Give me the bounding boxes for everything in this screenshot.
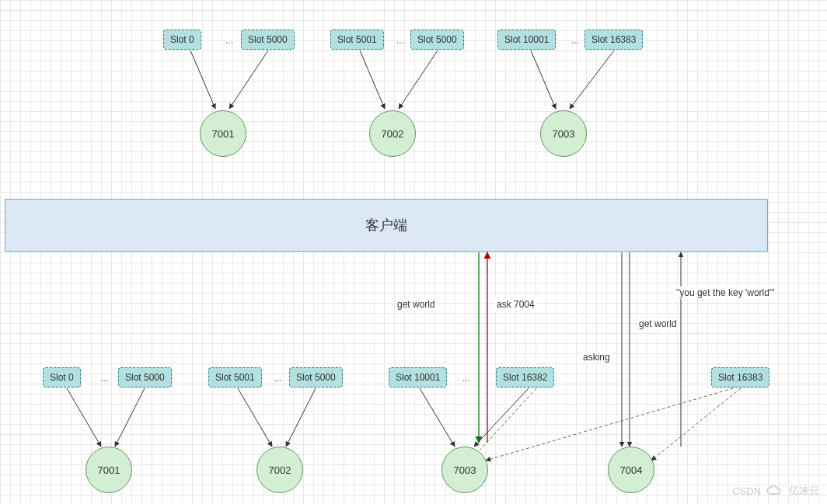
svg-line-1 bbox=[229, 50, 268, 109]
slot-box: Slot 5000 bbox=[118, 367, 172, 388]
svg-line-6 bbox=[67, 388, 101, 447]
svg-line-18 bbox=[651, 388, 741, 461]
label-get-world-2: get world bbox=[637, 318, 679, 330]
label-you-get: "you get the key 'world'" bbox=[675, 287, 776, 299]
cloud-icon bbox=[766, 485, 784, 497]
client-box: 客户端 bbox=[5, 199, 768, 252]
svg-line-2 bbox=[360, 50, 385, 109]
label-get-world: get world bbox=[396, 298, 437, 311]
ellipsis: ... bbox=[396, 35, 404, 46]
slot-box: Slot 5000 bbox=[241, 30, 295, 50]
node-circle: 7001 bbox=[200, 110, 246, 157]
svg-line-10 bbox=[420, 388, 455, 447]
svg-line-5 bbox=[570, 50, 614, 109]
slot-box: Slot 0 bbox=[43, 367, 81, 388]
slot-box: Slot 5000 bbox=[410, 30, 464, 50]
svg-line-11 bbox=[474, 388, 529, 447]
watermark-yisu: 亿速云 bbox=[789, 484, 819, 498]
slot-box: Slot 5001 bbox=[330, 30, 384, 50]
svg-line-4 bbox=[531, 50, 556, 109]
watermark-csdn: CSDN bbox=[732, 485, 761, 497]
node-circle: 7003 bbox=[540, 110, 587, 157]
svg-line-9 bbox=[286, 388, 316, 447]
slot-box: Slot 16383 bbox=[711, 367, 769, 388]
ellipsis: ... bbox=[225, 35, 233, 46]
label-asking: asking bbox=[581, 351, 612, 363]
slot-box: Slot 16382 bbox=[496, 367, 554, 388]
label-ask-7004: ask 7004 bbox=[495, 298, 536, 311]
ellipsis: ... bbox=[274, 373, 282, 384]
svg-line-17 bbox=[486, 388, 733, 461]
slot-box: Slot 5000 bbox=[289, 367, 343, 388]
slot-box: Slot 10001 bbox=[389, 367, 447, 388]
svg-line-7 bbox=[115, 388, 145, 447]
svg-line-0 bbox=[190, 50, 215, 109]
node-circle: 7001 bbox=[85, 447, 132, 493]
slot-box: Slot 5001 bbox=[208, 367, 262, 388]
svg-line-8 bbox=[238, 388, 272, 447]
node-circle: 7002 bbox=[369, 110, 416, 157]
svg-line-3 bbox=[399, 50, 438, 109]
node-circle: 7004 bbox=[608, 447, 654, 493]
slot-box: Slot 0 bbox=[163, 30, 201, 50]
svg-line-19 bbox=[480, 388, 536, 450]
ellipsis: ... bbox=[462, 373, 470, 384]
node-circle: 7003 bbox=[441, 447, 488, 493]
ellipsis: ... bbox=[101, 373, 109, 384]
arrow-layer bbox=[0, 0, 827, 504]
slot-box: Slot 10001 bbox=[497, 30, 556, 50]
watermark: CSDN 亿速云 bbox=[732, 484, 819, 498]
slot-box: Slot 16383 bbox=[584, 30, 643, 50]
ellipsis: ... bbox=[571, 35, 579, 46]
node-circle: 7002 bbox=[256, 447, 303, 493]
diagram-canvas: Slot 0 ... Slot 5000 7001 Slot 5001 ... … bbox=[0, 0, 827, 504]
